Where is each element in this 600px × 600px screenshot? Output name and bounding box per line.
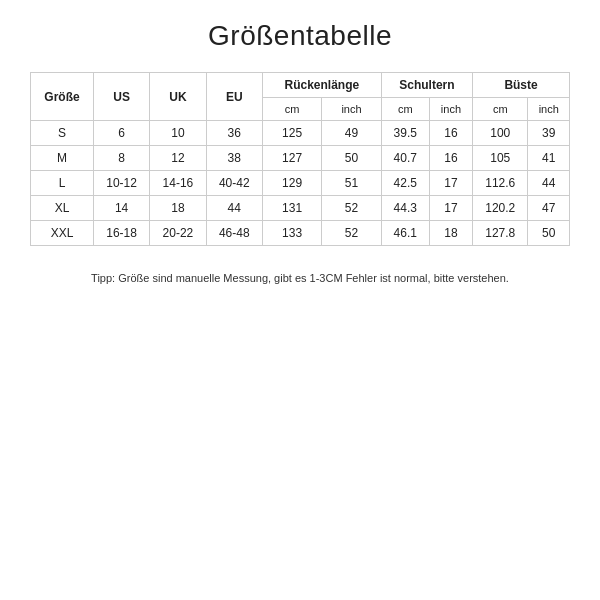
table-cell: 120.2 [473,196,528,221]
col-grosse: Größe [31,73,94,121]
table-cell: 18 [429,221,472,246]
table-cell: 105 [473,146,528,171]
table-cell: 50 [322,146,382,171]
table-cell: 40.7 [381,146,429,171]
table-cell: 46.1 [381,221,429,246]
table-row: XXL16-1820-2246-481335246.118127.850 [31,221,570,246]
table-cell: 50 [528,221,570,246]
table-cell: 14-16 [150,171,206,196]
table-cell: 16-18 [93,221,149,246]
table-cell: 8 [93,146,149,171]
table-cell: 112.6 [473,171,528,196]
table-cell: 129 [262,171,321,196]
table-cell: 44 [206,196,262,221]
table-body: S610361254939.51610039M812381275040.7161… [31,121,570,246]
table-cell: 39.5 [381,121,429,146]
table-cell: 127.8 [473,221,528,246]
table-cell: 17 [429,171,472,196]
table-cell: 52 [322,221,382,246]
table-cell: 49 [322,121,382,146]
col-uk: UK [150,73,206,121]
table-cell: 40-42 [206,171,262,196]
table-cell: 16 [429,146,472,171]
subhead-bu-cm: cm [473,98,528,121]
col-buste: Büste [473,73,570,98]
subhead-sc-cm: cm [381,98,429,121]
table-cell: 51 [322,171,382,196]
table-cell: 20-22 [150,221,206,246]
subhead-rl-inch: inch [322,98,382,121]
table-cell: L [31,171,94,196]
table-cell: 38 [206,146,262,171]
page-title: Größentabelle [208,20,392,52]
table-cell: 46-48 [206,221,262,246]
table-row: L10-1214-1640-421295142.517112.644 [31,171,570,196]
table-cell: XL [31,196,94,221]
tip-text: Tipp: Größe sind manuelle Messung, gibt … [91,270,509,287]
table-cell: 41 [528,146,570,171]
table-cell: M [31,146,94,171]
table-row: XL1418441315244.317120.247 [31,196,570,221]
table-cell: 17 [429,196,472,221]
table-cell: 133 [262,221,321,246]
table-cell: 16 [429,121,472,146]
subhead-rl-cm: cm [262,98,321,121]
size-table: Größe US UK EU Rückenlänge Schultern Büs… [30,72,570,246]
table-cell: 44.3 [381,196,429,221]
subhead-bu-inch: inch [528,98,570,121]
table-cell: 14 [93,196,149,221]
table-cell: 6 [93,121,149,146]
table-cell: 44 [528,171,570,196]
table-row: M812381275040.71610541 [31,146,570,171]
table-cell: S [31,121,94,146]
table-cell: 131 [262,196,321,221]
table-cell: 18 [150,196,206,221]
table-cell: 125 [262,121,321,146]
table-cell: 100 [473,121,528,146]
col-eu: EU [206,73,262,121]
table-cell: 47 [528,196,570,221]
table-cell: 36 [206,121,262,146]
col-rueckenlaenge: Rückenlänge [262,73,381,98]
col-schultern: Schultern [381,73,472,98]
header-row-1: Größe US UK EU Rückenlänge Schultern Büs… [31,73,570,98]
table-cell: 10 [150,121,206,146]
table-cell: 52 [322,196,382,221]
table-cell: XXL [31,221,94,246]
table-cell: 42.5 [381,171,429,196]
table-cell: 10-12 [93,171,149,196]
table-cell: 127 [262,146,321,171]
subhead-sc-inch: inch [429,98,472,121]
table-row: S610361254939.51610039 [31,121,570,146]
col-us: US [93,73,149,121]
size-table-wrapper: Größe US UK EU Rückenlänge Schultern Büs… [30,72,570,246]
table-cell: 12 [150,146,206,171]
table-cell: 39 [528,121,570,146]
